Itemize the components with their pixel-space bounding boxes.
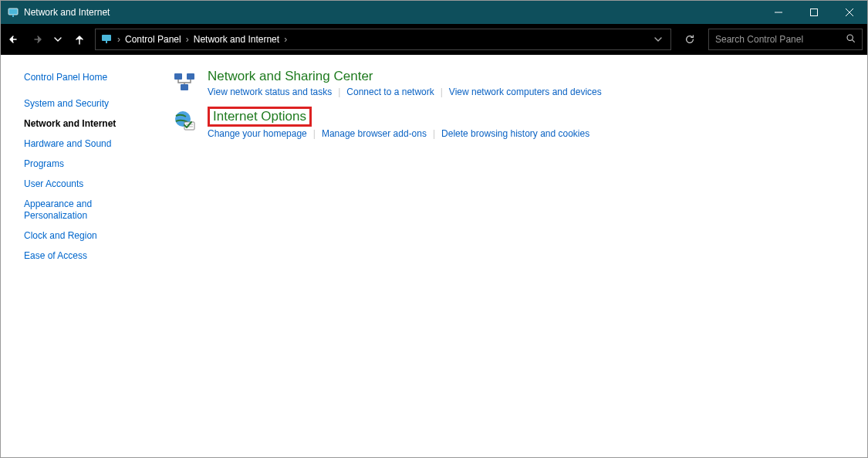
up-button[interactable]: [70, 29, 89, 50]
svg-rect-8: [106, 41, 107, 43]
svg-rect-12: [187, 73, 194, 80]
content: Control Panel HomeSystem and SecurityNet…: [1, 55, 867, 457]
internet-options-icon[interactable]: [171, 107, 198, 133]
forward-button[interactable]: [27, 29, 46, 50]
recent-locations-button[interactable]: [49, 29, 67, 50]
sidebar-item[interactable]: Network and Internet: [24, 118, 147, 130]
separator: |: [313, 128, 316, 139]
main: Network and Sharing CenterView network s…: [155, 55, 867, 457]
separator: |: [433, 128, 435, 139]
window-title: Network and Internet: [24, 7, 110, 18]
separator: |: [338, 87, 340, 97]
category-section: Network and Sharing CenterView network s…: [171, 69, 852, 97]
separator: |: [441, 87, 443, 97]
titlebar: Network and Internet: [1, 1, 867, 24]
svg-line-10: [853, 40, 855, 42]
back-button[interactable]: [5, 29, 24, 50]
sidebar-item[interactable]: Hardware and Sound: [24, 138, 147, 150]
sidebar-item[interactable]: Clock and Region: [24, 230, 147, 242]
search-box[interactable]: [708, 29, 863, 50]
close-button[interactable]: [832, 1, 867, 24]
svg-rect-0: [8, 8, 18, 15]
chevron-right-icon[interactable]: ›: [117, 34, 120, 45]
category-section: Internet OptionsChange your homepage|Man…: [171, 107, 852, 139]
maximize-button[interactable]: [796, 1, 832, 24]
breadcrumb-current[interactable]: Network and Internet: [194, 34, 279, 45]
subtask-link[interactable]: View network status and tasks: [208, 87, 332, 97]
chevron-right-icon[interactable]: ›: [186, 34, 189, 45]
category-title[interactable]: Internet Options: [208, 107, 312, 127]
sidebar-item[interactable]: Ease of Access: [24, 250, 147, 262]
navbar: › Control Panel › Network and Internet ›: [1, 24, 867, 55]
sidebar-item[interactable]: Control Panel Home: [24, 72, 147, 83]
sidebar-item[interactable]: Appearance and Personalization: [24, 198, 147, 222]
svg-rect-11: [174, 73, 182, 80]
sidebar: Control Panel HomeSystem and SecurityNet…: [1, 55, 155, 457]
subtask-link[interactable]: View network computers and devices: [449, 87, 602, 97]
refresh-button[interactable]: [677, 29, 702, 50]
address-bar[interactable]: › Control Panel › Network and Internet ›: [95, 29, 671, 50]
svg-rect-4: [811, 9, 818, 16]
sidebar-item[interactable]: Programs: [24, 158, 147, 170]
subtask-link[interactable]: Connect to a network: [346, 87, 434, 97]
subtask-link[interactable]: Delete browsing history and cookies: [441, 128, 589, 139]
svg-rect-7: [102, 35, 111, 41]
category-title[interactable]: Network and Sharing Center: [208, 69, 373, 84]
previous-locations-button[interactable]: [650, 32, 666, 47]
svg-rect-13: [181, 84, 188, 90]
minimize-button[interactable]: [761, 1, 796, 24]
subtask-link[interactable]: Manage browser add-ons: [322, 128, 427, 139]
window-controls: [761, 1, 867, 24]
breadcrumb-root[interactable]: Control Panel: [125, 34, 181, 45]
sidebar-item[interactable]: System and Security: [24, 98, 147, 110]
network-sharing-icon[interactable]: [171, 69, 198, 95]
sidebar-item[interactable]: User Accounts: [24, 178, 147, 190]
window-icon: [7, 6, 19, 19]
svg-rect-2: [12, 15, 14, 17]
address-icon: [100, 32, 113, 47]
search-input[interactable]: [715, 34, 841, 45]
subtask-link[interactable]: Change your homepage: [208, 128, 307, 139]
chevron-right-icon[interactable]: ›: [284, 34, 287, 45]
search-icon[interactable]: [846, 33, 856, 46]
